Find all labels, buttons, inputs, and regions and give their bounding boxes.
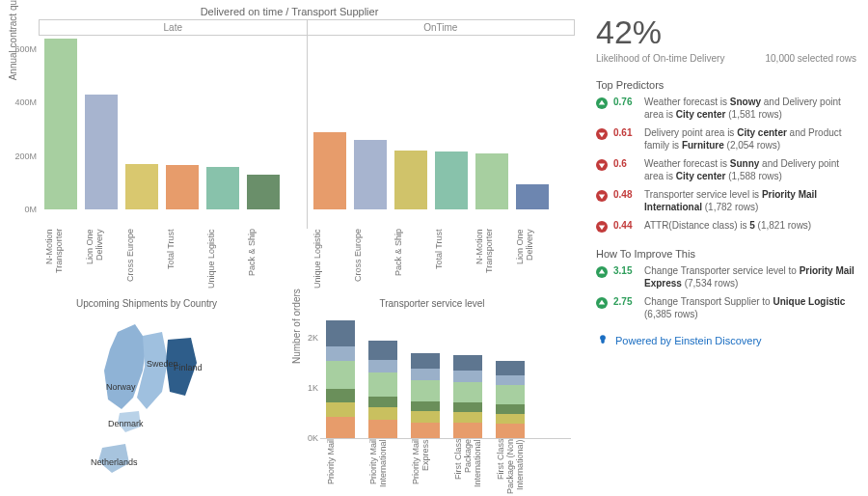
stack-bar-1[interactable] bbox=[368, 341, 397, 438]
main-chart[interactable]: Annual contract quantity 0M200M400M600M bbox=[39, 36, 575, 229]
ytick: 0M bbox=[24, 205, 37, 214]
arrow-up-icon bbox=[596, 266, 608, 278]
stack-bar-2[interactable] bbox=[411, 353, 440, 438]
label-netherlands: Netherlands bbox=[91, 457, 138, 467]
improve-title: How To Improve This bbox=[596, 248, 856, 260]
xlabel: Lion One Delivery bbox=[85, 229, 118, 290]
ytick: 400M bbox=[14, 97, 37, 107]
map-panel[interactable]: Upcoming Shipments by Country Sweden Fin… bbox=[4, 294, 289, 496]
bar-late-5[interactable] bbox=[247, 175, 280, 209]
stack-seg bbox=[411, 369, 440, 380]
predictor-value: 0.6 bbox=[613, 158, 638, 171]
predictor-text: Weather forecast is Snowy and Delivery p… bbox=[644, 96, 856, 121]
nordics-map[interactable]: Sweden Finland Norway Denmark Netherland… bbox=[8, 313, 285, 486]
stack-seg bbox=[411, 401, 440, 412]
predictor-text: Weather forecast is Sunny and Delivery p… bbox=[644, 158, 856, 182]
stack-xlabel: Priority Mail International bbox=[368, 439, 397, 496]
stack-xlabel: First Class Package International Servic… bbox=[453, 439, 482, 496]
bar-late-0[interactable] bbox=[44, 39, 77, 209]
xlabel: Cross Europe bbox=[353, 229, 386, 290]
xlabel: Unique Logistic bbox=[206, 229, 239, 290]
predictor-value: 0.76 bbox=[613, 96, 638, 109]
bar-late-2[interactable] bbox=[125, 164, 158, 209]
stack-seg bbox=[326, 389, 355, 402]
bar-ontime-3[interactable] bbox=[435, 152, 468, 209]
xlabel: Total Trust bbox=[434, 229, 467, 290]
bar-ontime-5[interactable] bbox=[516, 184, 549, 209]
xlabel: Total Trust bbox=[166, 229, 199, 290]
likelihood-label: Likelihood of On-time Delivery bbox=[596, 53, 724, 64]
stack-seg bbox=[496, 385, 525, 403]
stack-seg bbox=[326, 361, 355, 389]
arrow-down-icon bbox=[596, 190, 608, 202]
stack-seg bbox=[453, 355, 482, 371]
stack-seg bbox=[411, 423, 440, 438]
predictors-list: 0.76Weather forecast is Snowy and Delive… bbox=[596, 96, 856, 233]
powered-by-text: Powered by Einstein Discovery bbox=[615, 335, 762, 346]
stack-seg bbox=[368, 397, 397, 407]
stack-bar-3[interactable] bbox=[453, 355, 482, 438]
stack-seg bbox=[368, 360, 397, 372]
improvements-item-0[interactable]: 3.15Change Transporter service level to … bbox=[596, 265, 856, 289]
predictor-text: Transporter service level is Priority Ma… bbox=[644, 189, 856, 213]
stack-seg bbox=[453, 412, 482, 423]
stack-seg bbox=[453, 371, 482, 382]
bar-late-4[interactable] bbox=[206, 167, 239, 209]
predictors-item-2[interactable]: 0.6Weather forecast is Sunny and Deliver… bbox=[596, 158, 856, 182]
stack-seg bbox=[326, 402, 355, 418]
predictors-item-1[interactable]: 0.61Delivery point area is City center a… bbox=[596, 127, 856, 152]
top-predictors-title: Top Predictors bbox=[596, 79, 856, 91]
right-panel: 42% Likelihood of On-time Delivery 10,00… bbox=[579, 0, 868, 496]
xlabel: N-Motion Transporter bbox=[475, 229, 507, 290]
stack-bar-4[interactable] bbox=[496, 361, 525, 438]
stack-seg bbox=[368, 341, 397, 360]
stack-seg bbox=[411, 353, 440, 370]
bar-ontime-2[interactable] bbox=[394, 151, 427, 209]
bar-ontime-4[interactable] bbox=[475, 153, 508, 209]
label-finland: Finland bbox=[174, 363, 203, 372]
stack-seg bbox=[453, 402, 482, 412]
xlabel: Cross Europe bbox=[125, 229, 158, 290]
lower-row: Upcoming Shipments by Country Sweden Fin… bbox=[4, 294, 575, 496]
predictors-item-3[interactable]: 0.48Transporter service level is Priorit… bbox=[596, 189, 856, 213]
stack-xlabel: Priority Mail Express bbox=[411, 439, 440, 496]
main-chart-group-headers: Late OnTime bbox=[39, 19, 575, 36]
stack-seg bbox=[326, 346, 355, 361]
predictors-item-0[interactable]: 0.76Weather forecast is Snowy and Delive… bbox=[596, 96, 856, 121]
stack-seg bbox=[496, 361, 525, 375]
bar-ontime-1[interactable] bbox=[354, 140, 387, 209]
predictor-value: 3.15 bbox=[613, 265, 638, 278]
bar-ontime-0[interactable] bbox=[313, 132, 346, 209]
stack-xlabel: Priority Mail bbox=[326, 439, 355, 496]
stack-bar-0[interactable] bbox=[326, 320, 355, 438]
likelihood-percent: 42% bbox=[596, 14, 856, 51]
stack-seg bbox=[368, 420, 397, 438]
bar-late-1[interactable] bbox=[85, 95, 118, 209]
predictor-value: 2.75 bbox=[613, 296, 638, 309]
main-chart-title: Delivered on time / Transport Supplier bbox=[4, 6, 575, 17]
stack-seg bbox=[496, 375, 525, 386]
arrow-up-icon bbox=[596, 97, 608, 109]
stack-seg bbox=[453, 382, 482, 402]
stack-seg bbox=[326, 417, 355, 438]
stack-chart[interactable]: 0K1K2K bbox=[320, 313, 571, 439]
predictors-item-4[interactable]: 0.44ATTR(Distance class) is 5 (1,821 row… bbox=[596, 220, 856, 233]
main-chart-yticks: 0M200M400M600M bbox=[10, 36, 37, 209]
bar-late-3[interactable] bbox=[166, 165, 199, 209]
arrow-down-icon bbox=[596, 159, 608, 171]
improvements-item-1[interactable]: 2.75Change Transport Supplier to Unique … bbox=[596, 296, 856, 320]
stack-panel[interactable]: Transporter service level Number of orde… bbox=[289, 294, 575, 496]
improvements-list: 3.15Change Transporter service level to … bbox=[596, 265, 856, 320]
predictor-value: 0.44 bbox=[613, 220, 638, 233]
predictor-text: Change Transport Supplier to Unique Logi… bbox=[644, 296, 856, 320]
stack-ytick: 2K bbox=[308, 333, 318, 343]
arrow-down-icon bbox=[596, 128, 608, 140]
selected-rows: 10,000 selected rows bbox=[765, 53, 856, 64]
powered-by[interactable]: Powered by Einstein Discovery bbox=[596, 334, 856, 347]
predictor-text: Delivery point area is City center and P… bbox=[644, 127, 856, 152]
ytick: 600M bbox=[14, 44, 37, 54]
stack-seg bbox=[326, 320, 355, 346]
group-late: Late bbox=[39, 19, 307, 35]
map-title: Upcoming Shipments by Country bbox=[8, 298, 285, 309]
stack-ytick: 0K bbox=[308, 433, 318, 443]
